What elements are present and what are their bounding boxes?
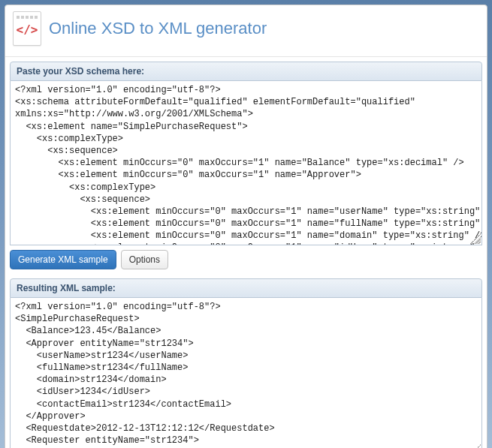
app-header: Online XSD to XML generator (5, 5, 487, 57)
xml-output[interactable]: <?xml version="1.0" encoding="utf-8"?> <… (11, 298, 481, 448)
page-title: Online XSD to XML generator (49, 19, 267, 38)
input-label: Paste your XSD schema here: (10, 62, 482, 81)
output-box-wrap: <?xml version="1.0" encoding="utf-8"?> <… (10, 298, 482, 448)
app-logo-icon (13, 11, 41, 46)
toolbar: Generate XML sample Options (10, 245, 482, 274)
options-button[interactable]: Options (121, 250, 168, 269)
output-label: Resulting XML sample: (10, 278, 482, 298)
generate-button[interactable]: Generate XML sample (10, 250, 116, 269)
input-box-wrap: <?xml version="1.0" encoding="utf-8"?> <… (10, 81, 482, 245)
xsd-input[interactable]: <?xml version="1.0" encoding="utf-8"?> <… (11, 81, 481, 245)
main-content: Paste your XSD schema here: <?xml versio… (5, 62, 487, 448)
app-card: Online XSD to XML generator Paste your X… (5, 5, 487, 448)
